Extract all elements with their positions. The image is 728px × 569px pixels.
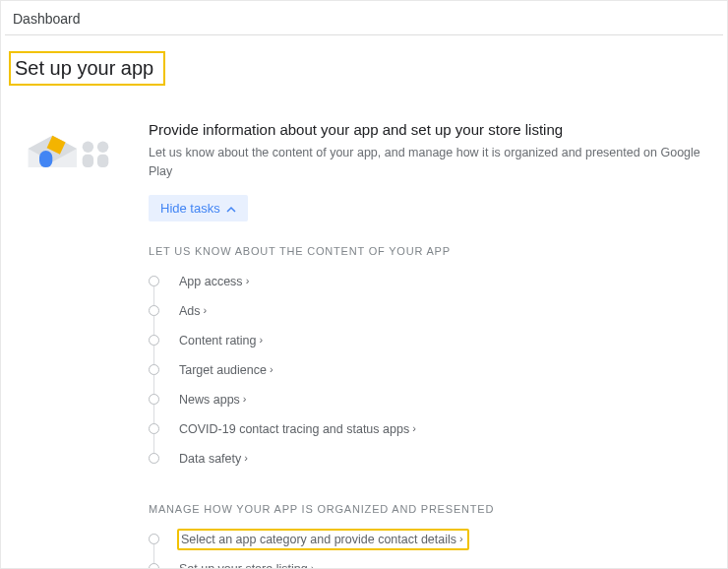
step-app-access: App access › [149, 269, 707, 298]
chevron-right-icon: › [270, 364, 273, 375]
step-bullet-icon [149, 364, 159, 375]
step-app-category: Select an app category and provide conta… [149, 527, 707, 556]
breadcrumb[interactable]: Dashboard [1, 1, 727, 34]
step-label: News apps [179, 393, 240, 407]
step-bullet-icon [149, 305, 159, 316]
step-bullet-icon [149, 394, 159, 405]
chevron-up-icon [226, 203, 236, 213]
step-label: Select an app category and provide conta… [181, 533, 456, 546]
step-label: App access [179, 275, 243, 288]
svg-rect-5 [83, 155, 93, 167]
chevron-right-icon: › [311, 563, 315, 569]
step-store-listing: Set up your store listing › [149, 556, 707, 570]
chevron-right-icon: › [246, 276, 250, 286]
svg-rect-3 [39, 151, 52, 167]
step-link-data-safety[interactable]: Data safety › [177, 450, 252, 468]
steps-content-section: App access › Ads › Content rating › [149, 269, 707, 475]
step-link-ads[interactable]: Ads › [177, 302, 211, 320]
step-bullet-icon [149, 335, 159, 346]
svg-point-6 [97, 142, 108, 153]
chevron-right-icon: › [243, 394, 247, 405]
divider [5, 34, 723, 35]
step-label: Target audience [179, 363, 267, 377]
step-label: Content rating [179, 334, 257, 348]
step-link-app-access[interactable]: App access › [177, 273, 253, 290]
step-ads: Ads › [149, 298, 707, 328]
step-covid19: COVID-19 contact tracing and status apps… [149, 416, 707, 446]
chevron-right-icon: › [459, 534, 463, 544]
step-link-store-listing[interactable]: Set up your store listing › [177, 560, 318, 570]
step-news-apps: News apps › [149, 387, 707, 416]
step-bullet-icon [149, 453, 159, 464]
step-link-app-category[interactable]: Select an app category and provide conta… [177, 529, 469, 550]
step-label: Ads [179, 304, 201, 318]
svg-rect-7 [97, 155, 108, 167]
step-bullet-icon [149, 563, 159, 569]
hide-tasks-label: Hide tasks [160, 201, 220, 216]
section-label-manage: MANAGE HOW YOUR APP IS ORGANIZED AND PRE… [149, 503, 707, 515]
setup-illustration [1, 121, 149, 569]
page-title: Set up your app [9, 51, 165, 86]
step-link-news-apps[interactable]: News apps › [177, 391, 251, 409]
chevron-right-icon: › [244, 453, 248, 464]
step-link-target-audience[interactable]: Target audience › [177, 361, 277, 379]
section-label-content: LET US KNOW ABOUT THE CONTENT OF YOUR AP… [149, 245, 707, 257]
step-label: Set up your store listing [179, 562, 308, 570]
step-content-rating: Content rating › [149, 328, 707, 357]
step-label: Data safety [179, 452, 241, 466]
step-bullet-icon [149, 423, 159, 434]
step-bullet-icon [149, 276, 159, 286]
chevron-right-icon: › [260, 335, 264, 346]
step-link-content-rating[interactable]: Content rating › [177, 332, 267, 349]
card-description: Let us know about the content of your ap… [149, 144, 707, 181]
step-bullet-icon [149, 534, 159, 544]
chevron-right-icon: › [412, 423, 416, 434]
card-title: Provide information about your app and s… [149, 121, 707, 138]
chevron-right-icon: › [204, 305, 208, 316]
step-data-safety: Data safety › [149, 446, 707, 475]
step-link-covid19[interactable]: COVID-19 contact tracing and status apps… [177, 420, 420, 438]
svg-point-4 [83, 142, 93, 153]
step-label: COVID-19 contact tracing and status apps [179, 422, 409, 436]
hide-tasks-button[interactable]: Hide tasks [149, 195, 248, 221]
steps-manage-section: Select an app category and provide conta… [149, 527, 707, 570]
step-target-audience: Target audience › [149, 357, 707, 387]
